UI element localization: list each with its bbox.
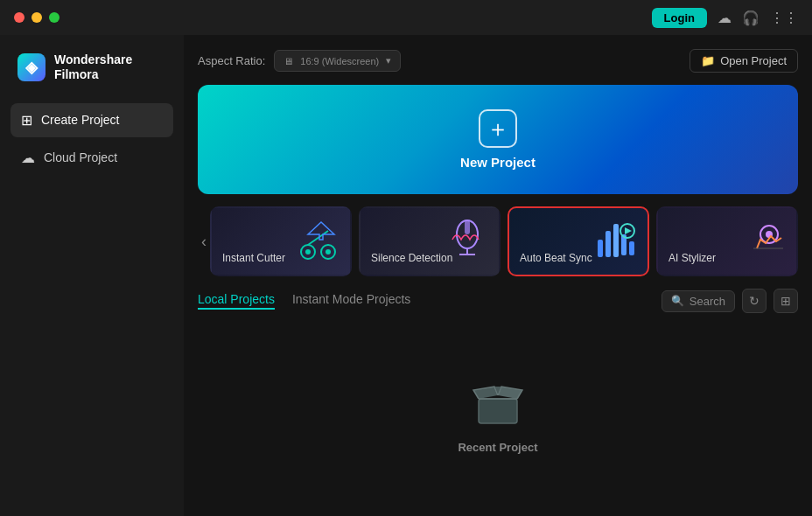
aspect-ratio-value: 16:9 (Widescreen)	[300, 56, 379, 66]
aspect-ratio-screen-icon: 🖥	[284, 56, 293, 66]
instant-cutter-visual	[292, 215, 345, 268]
brand-logo: ◈	[18, 53, 46, 81]
tab-local-projects[interactable]: Local Projects	[198, 292, 275, 310]
new-project-banner[interactable]: ＋ New Project	[198, 85, 798, 194]
cloud-project-icon: ☁	[21, 150, 35, 166]
aspect-ratio-label: Aspect Ratio:	[198, 54, 265, 67]
titlebar-right: Login ☁ 🎧 ⋮⋮	[652, 8, 798, 28]
aspect-ratio-select[interactable]: 🖥 16:9 (Widescreen) ▾	[274, 50, 401, 72]
open-project-label: Open Project	[720, 54, 787, 67]
svg-point-4	[326, 249, 331, 255]
folder-icon: 📁	[701, 54, 715, 67]
cloud-icon[interactable]: ☁	[718, 10, 732, 26]
svg-rect-20	[479, 399, 517, 423]
empty-box-visual	[470, 374, 526, 430]
tabs-row: Local Projects Instant Mode Projects 🔍 S…	[198, 289, 798, 313]
headset-icon[interactable]: 🎧	[742, 10, 760, 26]
sidebar-item-create-label: Create Project	[41, 113, 119, 127]
feature-cards: Instant Cutter Silence Detection	[210, 206, 798, 276]
svg-rect-14	[629, 241, 634, 255]
ai-stylizer-label: AI Stylizer	[668, 252, 716, 264]
search-placeholder: Search	[690, 295, 725, 308]
feature-card-silence-detection[interactable]: Silence Detection	[359, 206, 500, 276]
feature-card-ai-stylizer[interactable]: AI Stylizer	[656, 206, 798, 276]
new-project-label: New Project	[460, 155, 536, 170]
new-project-icon: ＋	[479, 109, 517, 148]
svg-rect-7	[465, 220, 470, 234]
aspect-ratio-chevron: ▾	[386, 55, 391, 66]
grid-icon[interactable]: ⋮⋮	[770, 10, 798, 26]
minimize-window-button[interactable]	[32, 12, 42, 23]
feature-card-auto-beat-sync[interactable]: Auto Beat Sync	[508, 206, 649, 276]
search-box[interactable]: 🔍 Search	[662, 290, 735, 312]
auto-beat-sync-visual	[590, 215, 642, 268]
svg-rect-11	[606, 231, 611, 257]
tab-instant-mode[interactable]: Instant Mode Projects	[292, 292, 410, 310]
sidebar: ◈ Wondershare Filmora ⊞ Create Project ☁…	[0, 35, 184, 516]
brand-name: Wondershare Filmora	[54, 52, 132, 82]
maximize-window-button[interactable]	[49, 12, 60, 23]
search-icon: 🔍	[671, 295, 684, 307]
titlebar: Login ☁ 🎧 ⋮⋮	[0, 0, 812, 35]
sidebar-item-cloud-label: Cloud Project	[44, 150, 117, 164]
refresh-button[interactable]: ↻	[742, 289, 766, 313]
sidebar-item-cloud-project[interactable]: ☁ Cloud Project	[10, 141, 173, 175]
login-button[interactable]: Login	[652, 8, 707, 28]
svg-line-2	[308, 231, 328, 245]
svg-rect-12	[613, 224, 619, 257]
aspect-bar: Aspect Ratio: 🖥 16:9 (Widescreen) ▾ 📁 Op…	[198, 49, 798, 73]
svg-rect-10	[598, 240, 603, 257]
app-body: ◈ Wondershare Filmora ⊞ Create Project ☁…	[0, 35, 812, 516]
feature-card-instant-cutter[interactable]: Instant Cutter	[210, 206, 352, 276]
create-project-icon: ⊞	[21, 112, 32, 129]
window-controls	[14, 12, 60, 23]
silence-detection-label: Silence Detection	[371, 252, 452, 264]
svg-point-3	[305, 249, 311, 255]
feature-prev-button[interactable]: ‹	[198, 233, 210, 251]
search-area: 🔍 Search ↻ ⊞	[662, 289, 798, 313]
view-toggle-button[interactable]: ⊞	[774, 289, 798, 313]
ai-stylizer-visual	[738, 215, 791, 268]
open-project-button[interactable]: 📁 Open Project	[690, 49, 798, 73]
close-window-button[interactable]	[14, 12, 24, 23]
instant-cutter-label: Instant Cutter	[222, 252, 285, 264]
svg-marker-5	[308, 222, 334, 240]
feature-row: ‹ Instant Cutter	[198, 206, 798, 276]
empty-state: Recent Project	[198, 325, 798, 502]
auto-beat-sync-label: Auto Beat Sync	[520, 252, 592, 264]
project-tabs: Local Projects Instant Mode Projects	[198, 292, 410, 310]
svg-marker-16	[625, 227, 632, 234]
sidebar-item-create-project[interactable]: ⊞ Create Project	[10, 103, 173, 137]
empty-state-label: Recent Project	[458, 441, 537, 454]
main-content: Aspect Ratio: 🖥 16:9 (Widescreen) ▾ 📁 Op…	[184, 35, 812, 516]
brand: ◈ Wondershare Filmora	[10, 52, 173, 103]
